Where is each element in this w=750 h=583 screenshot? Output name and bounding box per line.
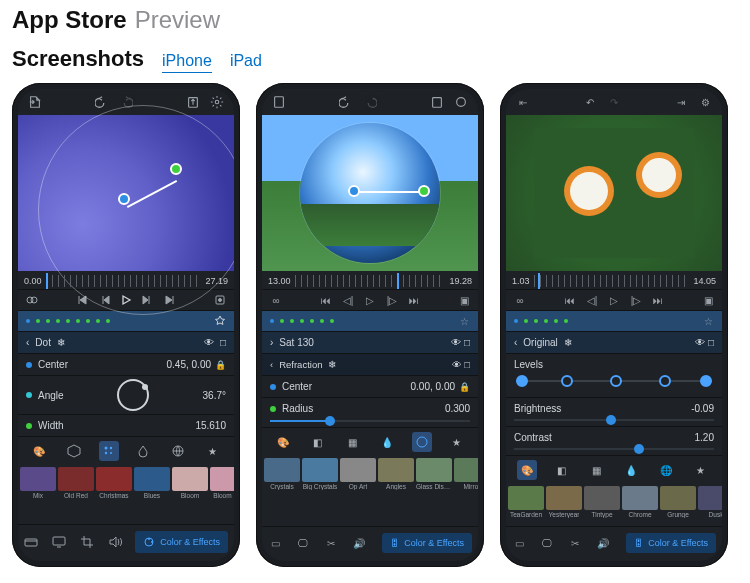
step-fwd-icon[interactable]: |▷ (386, 294, 398, 306)
step-back-icon[interactable]: ◁| (586, 294, 598, 306)
import-icon[interactable] (28, 95, 42, 109)
filter-header-refraction[interactable]: ‹ Refraction ❄ 👁 □ (262, 353, 478, 375)
gear-icon[interactable] (454, 95, 468, 109)
preview-canvas[interactable] (262, 115, 478, 271)
preset-thumb[interactable]: Chrome (622, 486, 658, 518)
fx-drop-icon[interactable]: 💧 (377, 432, 397, 452)
handle-center[interactable] (118, 193, 130, 205)
param-center[interactable]: Center 0.00, 0.00🔒 (262, 375, 478, 397)
radius-slider[interactable] (270, 420, 470, 422)
star-icon[interactable]: ☆ (458, 315, 470, 327)
clip-icon[interactable]: ▭ (512, 536, 526, 550)
loop-icon[interactable]: ∞ (270, 294, 282, 306)
play-icon[interactable]: ▷ (608, 294, 620, 306)
param-width[interactable]: Width 15.610 (18, 414, 234, 436)
preset-thumb[interactable]: Mix (20, 467, 56, 499)
param-radius[interactable]: Radius 0.300 (262, 397, 478, 427)
preset-thumbnails[interactable]: MixOld RedChristmasBluesBloomBloom BigFu… (18, 465, 234, 501)
step-back-icon[interactable]: ◁| (342, 294, 354, 306)
skip-back-icon[interactable]: ⏮ (564, 294, 576, 306)
import-icon[interactable] (272, 95, 286, 109)
keyframe-icon[interactable] (214, 294, 226, 306)
clip-icon[interactable]: ▭ (268, 536, 282, 550)
preset-thumb[interactable]: Tintype (584, 486, 620, 518)
color-effects-button[interactable]: 🎛Color & Effects (626, 533, 716, 553)
play-icon[interactable]: ▷ (364, 294, 376, 306)
keyframe-track[interactable] (18, 311, 234, 331)
filter-header[interactable]: ‹ Dot ❄ 👁 □ (18, 331, 234, 353)
timeline[interactable]: 13.00 19.28 (262, 273, 478, 289)
preset-thumb[interactable]: Old Red (58, 467, 94, 499)
eye-icon[interactable]: 👁 (204, 337, 214, 348)
preset-thumb[interactable]: Angles (378, 458, 414, 490)
preset-thumb[interactable]: Crystals (264, 458, 300, 490)
fx-globe-icon[interactable]: 🌐 (656, 460, 676, 480)
audio-icon[interactable] (108, 535, 122, 549)
keyframe-icon[interactable]: ▣ (702, 294, 714, 306)
export-icon[interactable] (430, 95, 444, 109)
filter-header-sat[interactable]: › Sat 130 👁 □ (262, 331, 478, 353)
color-effects-button[interactable]: Color & Effects (135, 531, 228, 553)
preset-thumb[interactable]: Grunge (660, 486, 696, 518)
fx-palette-icon[interactable]: 🎨 (273, 432, 293, 452)
preset-thumbnails[interactable]: CrystalsBig CrystalsOp ArtAnglesGlass Di… (262, 456, 478, 492)
param-angle[interactable]: Angle 36.7° (18, 375, 234, 414)
redo-icon[interactable]: ↷ (607, 95, 621, 109)
param-brightness[interactable]: Brightness -0.09 (506, 397, 722, 426)
audio-icon[interactable]: 🔊 (596, 536, 610, 550)
keyframe-icon[interactable]: ▣ (458, 294, 470, 306)
step-fwd-icon[interactable]: |▷ (630, 294, 642, 306)
export-icon[interactable] (186, 95, 200, 109)
fx-cube-icon[interactable]: ◧ (308, 432, 328, 452)
color-effects-button[interactable]: 🎛Color & Effects (382, 533, 472, 553)
screenshot-carousel[interactable]: 0.00 27.19 ‹ Dot ❄ 👁 □ Center 0 (12, 83, 738, 567)
screen-icon[interactable]: 🖵 (296, 536, 310, 550)
preset-thumb[interactable]: TeaGarden (508, 486, 544, 518)
fx-halftone-icon[interactable] (99, 441, 119, 461)
preset-thumb[interactable]: Dusk (698, 486, 722, 518)
fx-drop-icon[interactable]: 💧 (621, 460, 641, 480)
fx-globe-icon[interactable] (412, 432, 432, 452)
preview-canvas[interactable] (506, 115, 722, 271)
import-icon[interactable]: ⇤ (516, 95, 530, 109)
loop-icon[interactable]: ∞ (514, 294, 526, 306)
fx-globe-icon[interactable] (168, 441, 188, 461)
preset-thumb[interactable]: Mirror (454, 458, 478, 490)
contrast-slider[interactable] (514, 448, 714, 450)
gear-icon[interactable]: ⚙ (698, 95, 712, 109)
crop-icon[interactable]: ✂ (568, 536, 582, 550)
tab-ipad[interactable]: iPad (230, 52, 262, 72)
preset-thumb[interactable]: Op Art (340, 458, 376, 490)
handle-center[interactable] (348, 185, 360, 197)
export-icon[interactable]: ⇥ (674, 95, 688, 109)
lock-icon[interactable]: 🔒 (215, 360, 226, 370)
filter-header[interactable]: ‹ Original ❄ 👁 □ (506, 331, 722, 353)
star-icon[interactable]: ☆ (702, 315, 714, 327)
handle-edge[interactable] (170, 163, 182, 175)
keyframe-track[interactable]: ☆ (262, 311, 478, 331)
undo-icon[interactable] (339, 95, 353, 109)
star-icon[interactable] (214, 315, 226, 327)
preset-thumb[interactable]: Bloom Big (210, 467, 234, 499)
handle-edge[interactable] (418, 185, 430, 197)
redo-icon[interactable] (363, 95, 377, 109)
fx-cube-icon[interactable]: ◧ (552, 460, 572, 480)
angle-knob[interactable] (117, 379, 149, 411)
gear-icon[interactable] (210, 95, 224, 109)
preview-canvas[interactable] (18, 115, 234, 271)
crop-icon[interactable]: ✂ (324, 536, 338, 550)
crop-icon[interactable] (80, 535, 94, 549)
tab-iphone[interactable]: iPhone (162, 52, 212, 73)
preset-thumbnails[interactable]: TeaGardenYesteryearTintypeChromeGrungeDu… (506, 484, 722, 520)
undo-icon[interactable]: ↶ (583, 95, 597, 109)
fx-palette-icon[interactable]: 🎨 (29, 441, 49, 461)
preset-thumb[interactable]: Glass Distort (416, 458, 452, 490)
preset-thumb[interactable]: Big Crystals (302, 458, 338, 490)
fx-star-icon[interactable]: ★ (203, 441, 223, 461)
loop-icon[interactable] (26, 294, 38, 306)
fx-palette-icon[interactable]: 🎨 (517, 460, 537, 480)
brightness-slider[interactable] (514, 419, 714, 421)
screen-icon[interactable] (52, 535, 66, 549)
fx-cube-icon[interactable] (64, 441, 84, 461)
screen-icon[interactable]: 🖵 (540, 536, 554, 550)
